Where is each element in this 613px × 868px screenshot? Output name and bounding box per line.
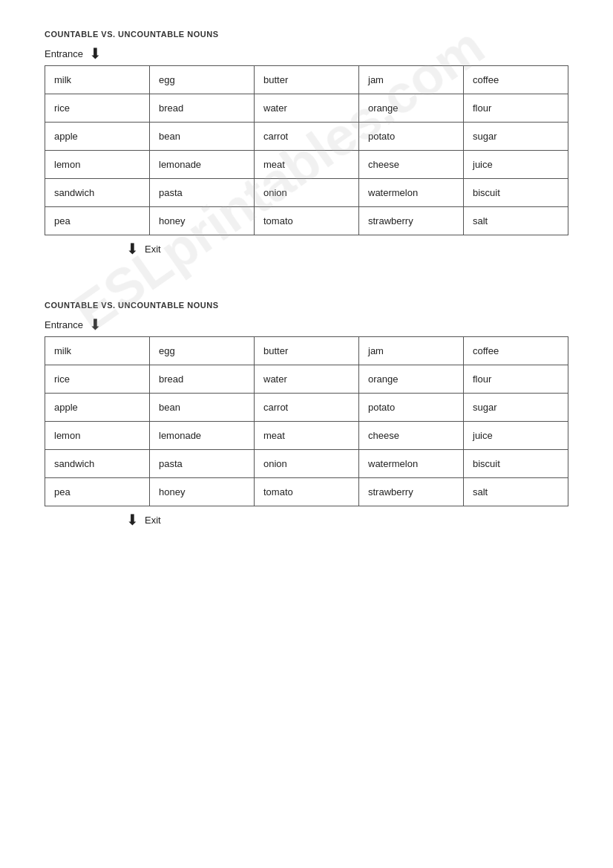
word-table: milkeggbutterjamcoffeericebreadwateroran… xyxy=(45,65,568,235)
table-cell: watermelon xyxy=(359,179,464,207)
table-cell: pea xyxy=(45,478,150,506)
exit-arrow-icon: ⬇ xyxy=(126,241,139,256)
entrance-arrow-icon: ⬇ xyxy=(89,46,102,61)
table-cell: tomato xyxy=(255,478,359,506)
table-cell: orange xyxy=(359,94,464,123)
table-cell: juice xyxy=(464,422,568,450)
table-cell: coffee xyxy=(464,66,568,94)
section-2: COUNTABLE vs. UNCOUNTABLE NOUNSEntrance⬇… xyxy=(45,301,568,527)
table-cell: pasta xyxy=(150,450,255,478)
table-cell: egg xyxy=(150,337,255,365)
table-cell: juice xyxy=(464,151,568,179)
section-title: COUNTABLE vs. UNCOUNTABLE NOUNS xyxy=(45,30,568,39)
table-cell: lemonade xyxy=(150,151,255,179)
table-cell: rice xyxy=(45,365,150,394)
table-cell: water xyxy=(255,365,359,394)
table-cell: pasta xyxy=(150,179,255,207)
table-cell: carrot xyxy=(255,394,359,422)
table-cell: salt xyxy=(464,207,568,235)
exit-label: Exit xyxy=(145,515,161,526)
word-table: milkeggbutterjamcoffeericebreadwateroran… xyxy=(45,336,568,506)
table-cell: flour xyxy=(464,94,568,123)
table-cell: onion xyxy=(255,179,359,207)
table-cell: bread xyxy=(150,94,255,123)
table-cell: butter xyxy=(255,337,359,365)
table-row: lemonlemonademeatcheesejuice xyxy=(45,422,568,450)
table-cell: carrot xyxy=(255,123,359,151)
exit-label: Exit xyxy=(145,244,161,255)
table-cell: biscuit xyxy=(464,179,568,207)
table-cell: milk xyxy=(45,337,150,365)
exit-row: ⬇Exit xyxy=(45,241,568,256)
table-row: ricebreadwaterorangeflour xyxy=(45,94,568,123)
table-cell: sandwich xyxy=(45,450,150,478)
entrance-label: Entrance xyxy=(45,48,83,59)
table-cell: coffee xyxy=(464,337,568,365)
table-cell: strawberry xyxy=(359,478,464,506)
table-cell: cheese xyxy=(359,422,464,450)
section-title: COUNTABLE vs. UNCOUNTABLE NOUNS xyxy=(45,301,568,310)
table-cell: bread xyxy=(150,365,255,394)
table-row: peahoneytomatostrawberrysalt xyxy=(45,478,568,506)
table-row: sandwichpastaonionwatermelonbiscuit xyxy=(45,450,568,478)
table-cell: meat xyxy=(255,151,359,179)
entrance-label: Entrance xyxy=(45,319,83,330)
table-cell: orange xyxy=(359,365,464,394)
table-cell: bean xyxy=(150,394,255,422)
table-cell: honey xyxy=(150,478,255,506)
table-cell: lemonade xyxy=(150,422,255,450)
table-cell: strawberry xyxy=(359,207,464,235)
exit-arrow-icon: ⬇ xyxy=(126,512,139,527)
table-row: applebeancarrotpotatosugar xyxy=(45,123,568,151)
table-cell: potato xyxy=(359,123,464,151)
section-1: COUNTABLE vs. UNCOUNTABLE NOUNSEntrance⬇… xyxy=(45,30,568,256)
exit-row: ⬇Exit xyxy=(45,512,568,527)
table-cell: lemon xyxy=(45,151,150,179)
table-cell: potato xyxy=(359,394,464,422)
table-row: lemonlemonademeatcheesejuice xyxy=(45,151,568,179)
table-cell: milk xyxy=(45,66,150,94)
table-row: milkeggbutterjamcoffee xyxy=(45,337,568,365)
table-cell: butter xyxy=(255,66,359,94)
table-row: applebeancarrotpotatosugar xyxy=(45,394,568,422)
entrance-arrow-icon: ⬇ xyxy=(89,317,102,332)
table-cell: salt xyxy=(464,478,568,506)
table-cell: watermelon xyxy=(359,450,464,478)
table-row: milkeggbutterjamcoffee xyxy=(45,66,568,94)
table-cell: pea xyxy=(45,207,150,235)
table-row: peahoneytomatostrawberrysalt xyxy=(45,207,568,235)
table-cell: water xyxy=(255,94,359,123)
table-cell: sugar xyxy=(464,394,568,422)
table-cell: apple xyxy=(45,394,150,422)
table-cell: onion xyxy=(255,450,359,478)
table-row: ricebreadwaterorangeflour xyxy=(45,365,568,394)
table-cell: flour xyxy=(464,365,568,394)
table-cell: apple xyxy=(45,123,150,151)
entrance-row: Entrance⬇ xyxy=(45,317,568,332)
table-cell: honey xyxy=(150,207,255,235)
table-cell: lemon xyxy=(45,422,150,450)
table-cell: jam xyxy=(359,66,464,94)
table-cell: sandwich xyxy=(45,179,150,207)
table-cell: meat xyxy=(255,422,359,450)
table-cell: bean xyxy=(150,123,255,151)
table-cell: rice xyxy=(45,94,150,123)
entrance-row: Entrance⬇ xyxy=(45,46,568,61)
table-cell: sugar xyxy=(464,123,568,151)
table-row: sandwichpastaonionwatermelonbiscuit xyxy=(45,179,568,207)
table-cell: cheese xyxy=(359,151,464,179)
table-cell: egg xyxy=(150,66,255,94)
table-cell: jam xyxy=(359,337,464,365)
table-cell: biscuit xyxy=(464,450,568,478)
table-cell: tomato xyxy=(255,207,359,235)
